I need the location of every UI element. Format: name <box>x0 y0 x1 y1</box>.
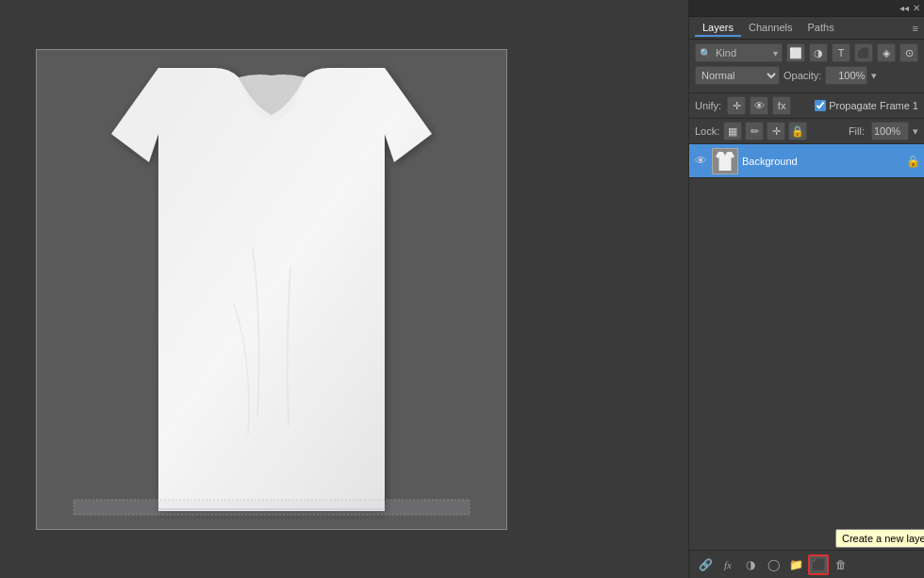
unify-row: Unify: ✛ 👁 fx Propagate Frame 1 <box>689 93 924 119</box>
unify-position-btn[interactable]: ✛ <box>727 96 746 115</box>
unify-visibility-btn[interactable]: 👁 <box>750 96 768 115</box>
lock-position-btn[interactable]: ✛ <box>767 122 785 140</box>
fill-input[interactable] <box>871 122 909 140</box>
tshirt-container <box>41 54 503 525</box>
filter-btn-5[interactable]: ◈ <box>877 43 896 62</box>
layers-list: 👁 Background 🔒 <box>689 144 924 578</box>
opacity-dropdown-icon: ▾ <box>871 70 877 82</box>
lock-icons: ▦ ✏ ✛ 🔒 <box>723 122 807 140</box>
new-layer-btn[interactable]: ⬛ <box>808 554 829 575</box>
tabs-row: Layers Channels Paths ≡ <box>689 17 924 40</box>
unify-label: Unify: <box>695 100 721 111</box>
opacity-label: Opacity: <box>784 70 821 81</box>
link-layers-btn[interactable]: 🔗 <box>695 554 716 575</box>
layer-style-btn[interactable]: fx <box>718 554 738 575</box>
unify-style-btn[interactable]: fx <box>772 96 791 115</box>
unify-icons: ✛ 👁 fx <box>727 96 791 115</box>
lock-pixels-btn[interactable]: ✏ <box>745 122 764 140</box>
propagate-check: Propagate Frame 1 <box>815 100 918 111</box>
thumbnail-tshirt <box>713 149 737 173</box>
adjustment-layer-btn[interactable]: ◑ <box>740 554 761 575</box>
panel-top-bar: ◂◂ ✕ <box>689 0 924 17</box>
panel-menu-icon[interactable]: ≡ <box>913 23 918 34</box>
lock-all-btn[interactable]: 🔒 <box>788 122 807 140</box>
filter-btn-4[interactable]: ⬛ <box>854 43 873 62</box>
panel-close-icon[interactable]: ✕ <box>913 3 920 13</box>
filter-btn-2[interactable]: ◑ <box>809 43 828 62</box>
new-layer-icon: ⬛ <box>812 558 826 571</box>
panel-collapse-icon[interactable]: ◂◂ <box>899 3 909 13</box>
tab-layers[interactable]: Layers <box>695 20 741 37</box>
delete-layer-btn[interactable]: 🗑 <box>831 554 851 575</box>
tab-paths[interactable]: Paths <box>800 20 842 37</box>
propagate-checkbox[interactable] <box>815 100 826 111</box>
filter-btn-3[interactable]: T <box>832 43 850 62</box>
search-icon: 🔍 <box>700 48 711 58</box>
layers-panel: ◂◂ ✕ Layers Channels Paths ≡ 🔍 Kind ▾ ⬜ … <box>688 0 924 578</box>
lock-label: Lock: <box>695 125 719 137</box>
canvas-area <box>0 0 542 578</box>
tshirt-image <box>64 58 479 520</box>
blend-mode-select[interactable]: Normal <box>695 66 780 85</box>
opacity-input[interactable] <box>825 66 867 85</box>
layer-name-background: Background <box>742 156 902 167</box>
layer-mask-btn[interactable]: ◯ <box>763 554 784 575</box>
layer-lock-icon: 🔒 <box>906 155 920 168</box>
kind-search-bar[interactable]: 🔍 Kind ▾ <box>695 43 783 62</box>
filter-toggle[interactable]: ⊙ <box>899 43 918 62</box>
filter-btn-1[interactable]: ⬜ <box>786 43 805 62</box>
layer-item-background[interactable]: 👁 Background 🔒 <box>689 144 924 178</box>
svg-rect-2 <box>74 500 470 515</box>
kind-dropdown-icon: ▾ <box>773 48 778 58</box>
layer-visibility-toggle[interactable]: 👁 <box>693 154 708 168</box>
lock-row: Lock: ▦ ✏ ✛ 🔒 Fill: ▾ <box>689 119 924 144</box>
eye-icon: 👁 <box>695 154 707 168</box>
layers-bottom-toolbar: 🔗 fx ◑ ◯ 📁 ⬛ 🗑 Create a new layer <box>689 550 924 578</box>
propagate-label: Propagate Frame 1 <box>829 100 918 111</box>
layer-thumbnail <box>712 148 738 174</box>
tab-channels[interactable]: Channels <box>741 20 800 37</box>
canvas-frame <box>36 49 507 530</box>
fill-label: Fill: <box>849 125 865 137</box>
new-group-btn[interactable]: 📁 <box>785 554 806 575</box>
kind-label: Kind <box>716 47 736 58</box>
fill-dropdown-icon: ▾ <box>913 125 918 138</box>
lock-transparent-btn[interactable]: ▦ <box>723 122 742 140</box>
